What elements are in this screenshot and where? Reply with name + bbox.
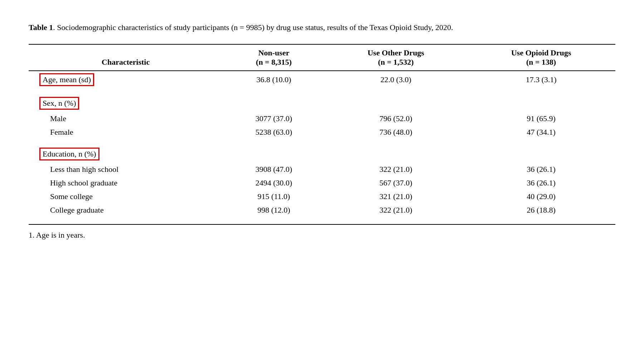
sublabel-cell: Female [29, 125, 223, 139]
cell-nonuser: 915 (11.0) [223, 190, 325, 203]
cell-nonuser: 3077 (37.0) [223, 112, 325, 125]
cell-nonuser [223, 95, 325, 112]
opioiddrugs-label: Use Opioid Drugs [511, 48, 571, 57]
cell-otherDrugs: 321 (21.0) [325, 190, 467, 203]
table-row: College graduate998 (12.0)322 (21.0)26 (… [29, 203, 615, 217]
col-header-characteristic: Characteristic [29, 44, 223, 71]
label-cell: Education, n (%) [29, 145, 223, 163]
table-row: Some college915 (11.0)321 (21.0)40 (29.0… [29, 190, 615, 203]
highlighted-label: Age, mean (sd) [39, 73, 94, 86]
nonuser-n: (n = 8,315) [256, 58, 292, 66]
cell-otherDrugs: 567 (37.0) [325, 176, 467, 190]
cell-opioidDrugs: 47 (34.1) [467, 125, 615, 139]
sublabel-cell: Less than high school [29, 163, 223, 176]
caption-text: . Sociodemographic characteristics of st… [53, 23, 453, 32]
table-number: Table 1 [29, 23, 53, 32]
sublabel-cell: High school graduate [29, 176, 223, 190]
cell-opioidDrugs: 17.3 (3.1) [467, 71, 615, 88]
table-row: Age, mean (sd)36.8 (10.0)22.0 (3.0)17.3 … [29, 71, 615, 88]
cell-nonuser [223, 145, 325, 163]
cell-otherDrugs: 736 (48.0) [325, 125, 467, 139]
otherdrugs-label: Use Other Drugs [367, 48, 424, 57]
table-row: Education, n (%) [29, 145, 615, 163]
label-cell: Age, mean (sd) [29, 71, 223, 88]
cell-nonuser: 3908 (47.0) [223, 163, 325, 176]
data-table: Characteristic Non-user (n = 8,315) Use … [29, 44, 615, 217]
cell-nonuser: 998 (12.0) [223, 203, 325, 217]
table-row: Less than high school3908 (47.0)322 (21.… [29, 163, 615, 176]
table-row: Male3077 (37.0)796 (52.0)91 (65.9) [29, 112, 615, 125]
highlighted-label: Education, n (%) [39, 148, 99, 160]
cell-nonuser: 36.8 (10.0) [223, 71, 325, 88]
cell-nonuser: 2494 (30.0) [223, 176, 325, 190]
cell-opioidDrugs: 36 (26.1) [467, 176, 615, 190]
footnote-text: 1. Age is in years. [29, 230, 85, 239]
opioiddrugs-n: (n = 138) [526, 58, 556, 66]
table-row: High school graduate2494 (30.0)567 (37.0… [29, 176, 615, 190]
table-caption: Table 1. Sociodemographic characteristic… [29, 21, 601, 33]
col-header-otherdrugs: Use Other Drugs (n = 1,532) [325, 44, 467, 71]
cell-otherDrugs [325, 145, 467, 163]
col-header-opioiddrugs: Use Opioid Drugs (n = 138) [467, 44, 615, 71]
cell-otherDrugs: 322 (21.0) [325, 203, 467, 217]
col-header-nonuser: Non-user (n = 8,315) [223, 44, 325, 71]
table-row: Female5238 (63.0)736 (48.0)47 (34.1) [29, 125, 615, 139]
cell-opioidDrugs: 91 (65.9) [467, 112, 615, 125]
otherdrugs-n: (n = 1,532) [378, 58, 414, 66]
cell-opioidDrugs [467, 95, 615, 112]
footnote-section: 1. Age is in years. [29, 224, 615, 240]
highlighted-label: Sex, n (%) [39, 97, 79, 110]
table-row: Sex, n (%) [29, 95, 615, 112]
cell-otherDrugs [325, 95, 467, 112]
sublabel-cell: Male [29, 112, 223, 125]
label-cell: Sex, n (%) [29, 95, 223, 112]
cell-opioidDrugs: 36 (26.1) [467, 163, 615, 176]
cell-otherDrugs: 322 (21.0) [325, 163, 467, 176]
cell-nonuser: 5238 (63.0) [223, 125, 325, 139]
cell-otherDrugs: 22.0 (3.0) [325, 71, 467, 88]
cell-opioidDrugs: 26 (18.8) [467, 203, 615, 217]
page-container: Table 1. Sociodemographic characteristic… [29, 21, 615, 240]
cell-opioidDrugs: 40 (29.0) [467, 190, 615, 203]
cell-opioidDrugs [467, 145, 615, 163]
sublabel-cell: College graduate [29, 203, 223, 217]
cell-otherDrugs: 796 (52.0) [325, 112, 467, 125]
sublabel-cell: Some college [29, 190, 223, 203]
nonuser-label: Non-user [258, 48, 289, 57]
